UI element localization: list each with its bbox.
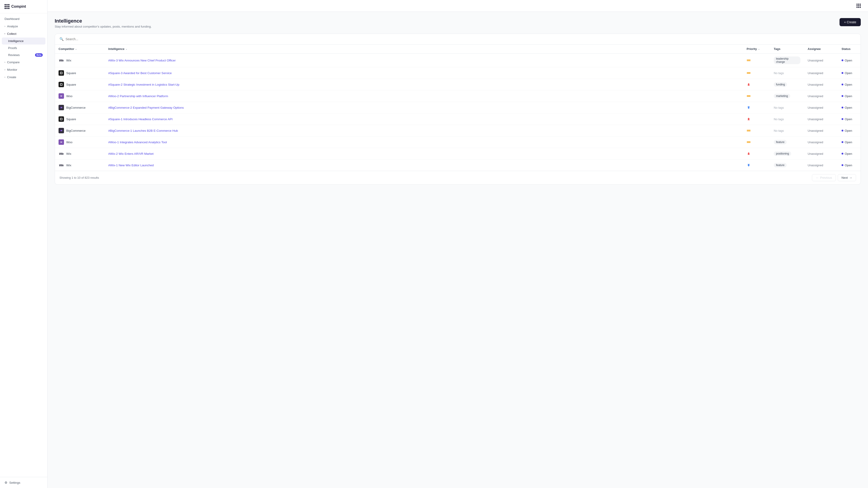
sidebar-item-compare[interactable]: › Compare bbox=[0, 59, 47, 66]
assignee-value: Unassigned bbox=[808, 106, 823, 109]
intelligence-link[interactable]: #Wix-3 Wix Announces New Chief Product O… bbox=[108, 59, 176, 62]
intelligence-link[interactable]: #BigCommerce-1 Launches B2B E-Commerce H… bbox=[108, 129, 178, 132]
tag-badge: leadership change bbox=[774, 57, 800, 64]
tags-cell: No tags bbox=[770, 125, 804, 136]
priority-high-icon bbox=[747, 117, 751, 121]
intelligence-table: Competitor ⌄ Intelligence ⌄ bbox=[55, 44, 861, 171]
intelligence-link[interactable]: #Wix-2 Wix Enters AR/VR Market bbox=[108, 152, 153, 156]
competitor-logo bbox=[59, 70, 64, 76]
page-title: Intelligence bbox=[55, 18, 152, 24]
status-dot bbox=[842, 164, 843, 166]
sidebar-item-reviews[interactable]: Reviews Beta bbox=[0, 52, 47, 59]
priority-medium-icon bbox=[747, 141, 751, 143]
competitor-cell: Wix Wix bbox=[55, 54, 105, 67]
sidebar: Compint Dashboard › Analyze › Collect In… bbox=[0, 0, 48, 488]
assignee-value: Unassigned bbox=[808, 164, 823, 167]
table-row: Wix Wix #Wix-3 Wix Announces New Chief P… bbox=[55, 54, 861, 67]
settings-link[interactable]: ⚙ Settings bbox=[0, 477, 47, 488]
sidebar-item-analyze[interactable]: › Analyze bbox=[0, 23, 47, 30]
sidebar-item-create[interactable]: › Create bbox=[0, 73, 47, 81]
top-logo-icon bbox=[857, 4, 861, 8]
page-header: Intelligence Stay informed about competi… bbox=[55, 18, 861, 28]
competitor-name: Square bbox=[66, 71, 76, 75]
intelligence-link[interactable]: #Square-1 Introduces Headless Commerce A… bbox=[108, 118, 173, 121]
status-value: Open bbox=[845, 94, 852, 98]
intelligence-link[interactable]: #Woo-1 Integrates Advanced Analytics Too… bbox=[108, 140, 167, 144]
sidebar-item-collect[interactable]: › Collect bbox=[0, 30, 47, 37]
intelligence-link[interactable]: #Square-3 Awarded for Best Customer Serv… bbox=[108, 71, 172, 75]
intelligence-link[interactable]: #Woo-2 Partnership with Influencer Platf… bbox=[108, 94, 168, 98]
previous-button[interactable]: ← Previous bbox=[812, 174, 836, 181]
priority-td bbox=[743, 113, 770, 125]
settings-label: Settings bbox=[9, 481, 20, 484]
tags-cell: marketing bbox=[770, 90, 804, 102]
competitor-cell: BigCommerce bbox=[55, 125, 105, 136]
status-cell: Open bbox=[838, 125, 861, 136]
intelligence-link[interactable]: #BigCommerce-2 Expanded Payment Gateway … bbox=[108, 106, 184, 109]
search-input[interactable] bbox=[66, 37, 856, 41]
status-value: Open bbox=[845, 106, 852, 109]
assignee-value: Unassigned bbox=[808, 59, 823, 62]
table-row: Square #Square-3 Awarded for Best Custom… bbox=[55, 67, 861, 79]
competitor-cell: W Woo bbox=[55, 90, 105, 102]
priority-td bbox=[743, 79, 770, 90]
competitor-logo: W bbox=[59, 139, 64, 145]
sidebar-item-intelligence[interactable]: Intelligence bbox=[2, 37, 45, 44]
beta-badge: Beta bbox=[35, 53, 43, 57]
tags-cell: funding bbox=[770, 79, 804, 90]
status-dot bbox=[842, 72, 843, 74]
status-value: Open bbox=[845, 83, 852, 86]
priority-cell bbox=[747, 105, 767, 109]
col-tags: Tags bbox=[770, 44, 804, 54]
priority-cell bbox=[747, 141, 767, 143]
intelligence-cell: #Woo-2 Partnership with Influencer Platf… bbox=[105, 90, 743, 102]
competitor-cell: W Woo bbox=[55, 136, 105, 148]
status-value: Open bbox=[845, 129, 852, 132]
table-row: Wix Wix #Wix-1 New Wix Editor Launched f… bbox=[55, 160, 861, 171]
tags-cell: No tags bbox=[770, 102, 804, 113]
status-dot bbox=[842, 95, 843, 97]
priority-cell bbox=[747, 83, 767, 87]
competitor-sort-icon: ⌄ bbox=[75, 48, 77, 50]
compare-label: Compare bbox=[7, 61, 20, 64]
collect-label: Collect bbox=[7, 32, 16, 35]
priority-medium-icon bbox=[747, 129, 751, 132]
create-button[interactable]: + Create bbox=[839, 18, 861, 26]
competitor-logo bbox=[59, 116, 64, 122]
table-row: BigCommerce #BigCommerce-2 Expanded Paym… bbox=[55, 102, 861, 113]
col-competitor-inner[interactable]: Competitor ⌄ bbox=[59, 47, 101, 51]
svg-rect-3 bbox=[61, 72, 62, 74]
assignee-cell: Unassigned bbox=[804, 67, 838, 79]
competitor-name: Wix bbox=[66, 152, 71, 156]
intelligence-link[interactable]: #Square-2 Strategic Investment in Logist… bbox=[108, 83, 179, 86]
assignee-cell: Unassigned bbox=[804, 113, 838, 125]
col-intelligence-inner[interactable]: Intelligence ⌄ bbox=[108, 47, 739, 51]
assignee-cell: Unassigned bbox=[804, 54, 838, 67]
assignee-value: Unassigned bbox=[808, 140, 823, 144]
sidebar-item-monitor[interactable]: › Monitor bbox=[0, 66, 47, 73]
col-priority-inner[interactable]: Priority ⌄ bbox=[747, 47, 767, 51]
sidebar-item-proofs[interactable]: Proofs bbox=[0, 44, 47, 52]
table-row: Wix Wix #Wix-2 Wix Enters AR/VR Market p… bbox=[55, 148, 861, 160]
tags-cell: feature bbox=[770, 160, 804, 171]
no-tags: No tags bbox=[774, 71, 784, 75]
intelligence-table-container: 🔍 Competitor ⌄ I bbox=[55, 34, 861, 185]
competitor-name: BigCommerce bbox=[66, 106, 86, 109]
status-dot bbox=[842, 84, 843, 86]
priority-high-icon bbox=[747, 152, 751, 156]
table-row: Square #Square-1 Introduces Headless Com… bbox=[55, 113, 861, 125]
intelligence-link[interactable]: #Wix-1 New Wix Editor Launched bbox=[108, 164, 154, 167]
next-button[interactable]: Next → bbox=[838, 174, 856, 181]
intelligence-cell: #BigCommerce-2 Expanded Payment Gateway … bbox=[105, 102, 743, 113]
assignee-value: Unassigned bbox=[808, 94, 823, 98]
priority-cell bbox=[747, 152, 767, 156]
main-content: Intelligence Stay informed about competi… bbox=[48, 0, 868, 488]
status-dot bbox=[842, 153, 843, 155]
competitor-logo bbox=[59, 128, 64, 133]
sidebar-item-dashboard[interactable]: Dashboard bbox=[0, 15, 47, 23]
competitor-logo: W bbox=[59, 93, 64, 99]
competitor-cell: Wix Wix bbox=[55, 160, 105, 171]
app-logo[interactable]: Compint bbox=[0, 0, 47, 13]
tag-badge: marketing bbox=[774, 94, 790, 98]
page-subtitle: Stay informed about competitor's updates… bbox=[55, 25, 152, 28]
